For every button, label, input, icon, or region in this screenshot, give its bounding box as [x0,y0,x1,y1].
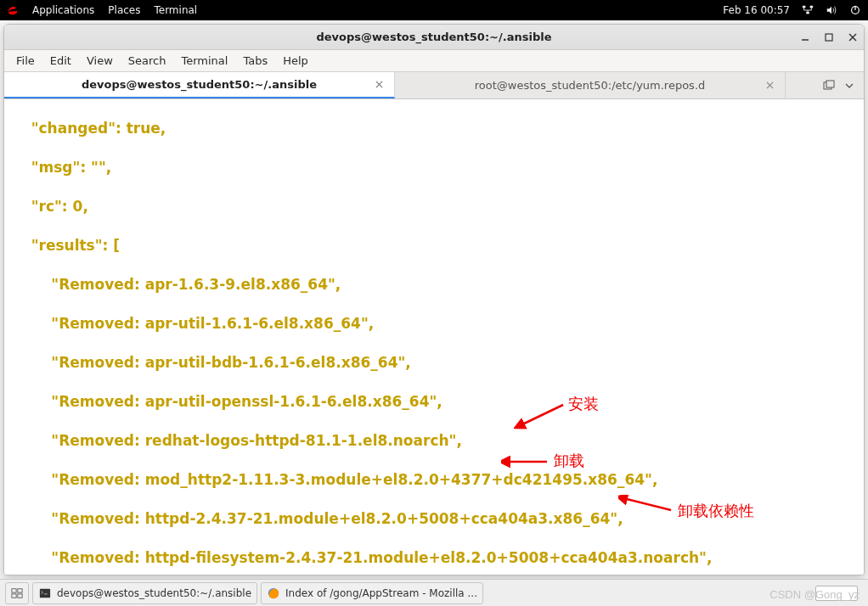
places-menu[interactable]: Places [108,4,140,16]
taskbar-label: Index of /gong/AppStream - Mozilla ... [285,587,477,599]
redhat-logo-icon [7,4,19,16]
svg-rect-18 [12,588,16,592]
network-icon[interactable] [802,4,814,16]
svg-rect-22 [40,588,50,598]
window-title: devops@westos_student50:~/.ansible [317,31,552,43]
menu-search[interactable]: Search [121,52,173,70]
applications-menu[interactable]: Applications [32,4,94,16]
svg-rect-19 [18,588,22,592]
output-line: "changed": true, [11,119,857,138]
close-button[interactable] [847,31,859,43]
menu-view[interactable]: View [80,52,120,70]
desktop-icon [10,586,24,600]
volume-icon[interactable] [826,4,837,16]
menu-tabs[interactable]: Tabs [236,52,274,70]
firefox-icon [267,586,280,600]
menu-help[interactable]: Help [276,52,315,70]
output-line: "Removed: httpd-filesystem-2.4.37-21.mod… [11,548,857,568]
menu-file[interactable]: File [9,52,42,70]
tab-devops[interactable]: devops@westos_student50:~/.ansible [4,72,395,98]
topbar-left: Applications Places Terminal [7,4,197,16]
output-line: "Removed: redhat-logos-httpd-81.1-1.el8.… [11,431,857,451]
close-icon[interactable] [764,81,775,91]
annotation-install: 安装 [514,401,566,430]
power-icon[interactable] [849,4,861,16]
gnome-topbar: Applications Places Terminal Feb 16 00:5… [0,0,868,20]
svg-line-15 [521,405,563,425]
svg-rect-14 [826,81,834,87]
topbar-right: Feb 16 00:57 [723,4,861,16]
show-desktop-button[interactable] [5,582,29,604]
menubar: File Edit View Search Terminal Tabs Help [4,50,864,72]
output-line: "Removed: apr-util-openssl-1.6.1-6.el8.x… [11,392,857,412]
menu-terminal[interactable]: Terminal [174,52,234,70]
svg-rect-6 [826,34,832,41]
window-titlebar[interactable]: devops@westos_student50:~/.ansible [4,25,864,50]
taskbar-firefox[interactable]: Index of /gong/AppStream - Mozilla ... [261,582,483,604]
svg-rect-21 [18,593,22,597]
tab-root[interactable]: root@westos_student50:/etc/yum.repos.d [395,72,786,98]
close-icon[interactable] [374,80,384,90]
new-tab-icon[interactable] [823,80,835,92]
svg-line-17 [623,498,671,510]
terminal-icon [38,586,52,600]
tab-label: devops@westos_student50:~/.ansible [82,78,317,91]
taskbar-terminal[interactable]: devops@westos_student50:~/.ansible [32,582,257,604]
svg-rect-1 [810,6,814,8]
window-buttons [799,31,859,43]
terminal-content[interactable]: "changed": true, "msg": "", "rc": 0, "re… [4,99,864,575]
annotation-uninstall: 卸载 [501,456,550,468]
taskbar-label: devops@westos_student50:~/.ansible [57,587,251,599]
terminal-window: devops@westos_student50:~/.ansible File … [3,24,865,575]
svg-rect-2 [806,12,809,14]
output-line: "Removed: mod_http2-1.11.3-3.module+el8.… [11,470,857,490]
output-line: "msg": "", [11,158,857,177]
output-line: "results": [ [11,236,857,255]
svg-rect-20 [12,593,16,597]
svg-rect-0 [803,6,806,8]
minimize-button[interactable] [799,31,811,43]
output-line: "Removed: apr-util-1.6.1-6.el8.x86_64", [11,314,857,334]
chevron-down-icon[interactable] [843,80,855,92]
menu-edit[interactable]: Edit [43,52,78,70]
output-line: "Removed: apr-1.6.3-9.el8.x86_64", [11,275,857,295]
watermark: CSDN @Gong_yz [769,588,860,601]
maximize-button[interactable] [823,31,835,43]
taskbar: devops@westos_student50:~/.ansible Index… [0,579,868,606]
output-line: "Removed: apr-util-bdb-1.6.1-6.el8.x86_6… [11,353,857,373]
annotation-uninstall-deps: 卸载依赖性 [618,495,674,513]
tab-label: root@westos_student50:/etc/yum.repos.d [475,79,706,92]
output-line: "rc": 0, [11,197,857,216]
terminal-tabs: devops@westos_student50:~/.ansible root@… [4,72,864,99]
clock[interactable]: Feb 16 00:57 [723,4,790,16]
terminal-menu[interactable]: Terminal [154,4,197,16]
